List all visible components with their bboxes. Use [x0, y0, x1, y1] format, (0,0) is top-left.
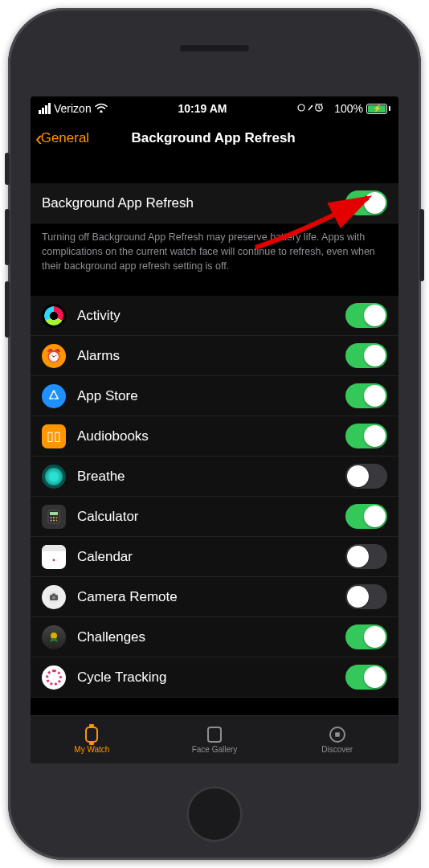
- tab-watch[interactable]: My Watch: [31, 716, 153, 764]
- master-toggle[interactable]: [345, 190, 387, 215]
- clock: 10:19 AM: [178, 102, 227, 115]
- app-label: Cycle Tracking: [77, 669, 345, 686]
- camera-icon: [42, 585, 66, 609]
- watch-icon: [81, 726, 102, 743]
- app-toggle-calculator[interactable]: [345, 504, 387, 529]
- tab-face[interactable]: Face Gallery: [153, 716, 276, 764]
- section-footer: Turning off Background App Refresh may p…: [31, 223, 398, 273]
- app-label: Calculator: [77, 509, 345, 525]
- activity-icon: [42, 304, 66, 328]
- app-row-audiobooks[interactable]: ▯▯Audiobooks: [31, 416, 398, 457]
- appstore-icon: [42, 384, 66, 408]
- tab-label: Discover: [321, 745, 353, 754]
- audiobooks-icon: ▯▯: [42, 424, 66, 448]
- svg-rect-4: [50, 512, 58, 515]
- carrier-label: Verizon: [54, 102, 92, 115]
- app-row-calculator[interactable]: Calculator: [31, 497, 398, 537]
- app-label: Breathe: [77, 469, 345, 485]
- svg-point-0: [100, 110, 102, 113]
- tab-bar: My WatchFace GalleryDiscover: [31, 715, 398, 764]
- app-row-alarms[interactable]: ⏰Alarms: [31, 336, 398, 376]
- calendar-icon: ▪: [42, 545, 66, 569]
- status-bar: Verizon 10:19 AM 100% ⚡: [31, 96, 398, 121]
- back-button[interactable]: ‹ General: [35, 128, 89, 149]
- app-toggle-challenges[interactable]: [345, 624, 387, 649]
- app-toggle-alarms[interactable]: [345, 343, 387, 368]
- signal-icon: [39, 103, 51, 114]
- app-toggle-activity[interactable]: [345, 303, 387, 328]
- app-toggle-calendar[interactable]: [345, 544, 387, 569]
- calculator-icon: [42, 505, 66, 529]
- app-toggle-appstore[interactable]: [345, 383, 387, 408]
- wifi-icon: [95, 102, 108, 115]
- battery-pct: 100%: [334, 102, 363, 115]
- status-indicators: [297, 103, 331, 115]
- app-row-calendar[interactable]: ▪Calendar: [31, 537, 398, 577]
- challenges-icon: [42, 625, 66, 649]
- app-toggle-camera[interactable]: [345, 584, 387, 609]
- svg-point-9: [53, 519, 55, 521]
- svg-point-10: [56, 519, 58, 521]
- compass-icon: [327, 726, 348, 743]
- app-row-cycle[interactable]: Cycle Tracking: [31, 657, 398, 698]
- battery-icon: ⚡: [366, 104, 390, 114]
- nav-bar: ‹ General Background App Refresh: [31, 121, 398, 156]
- svg-point-12: [52, 596, 55, 599]
- tab-label: Face Gallery: [192, 745, 238, 754]
- svg-rect-13: [52, 593, 55, 595]
- home-button[interactable]: [186, 786, 243, 842]
- app-row-activity[interactable]: Activity: [31, 296, 398, 336]
- page-title: Background App Refresh: [89, 130, 337, 146]
- svg-point-5: [51, 517, 52, 518]
- face-icon: [204, 726, 225, 743]
- app-row-appstore[interactable]: App Store: [31, 376, 398, 416]
- app-toggle-breathe[interactable]: [345, 464, 387, 489]
- app-row-challenges[interactable]: Challenges: [31, 617, 398, 657]
- svg-point-7: [56, 517, 58, 518]
- app-label: App Store: [77, 388, 345, 404]
- app-toggle-audiobooks[interactable]: [345, 424, 387, 448]
- app-label: Activity: [77, 308, 345, 324]
- tab-compass[interactable]: Discover: [276, 716, 398, 764]
- svg-point-1: [298, 104, 304, 111]
- app-label: Calendar: [77, 549, 345, 565]
- app-toggle-cycle[interactable]: [345, 665, 387, 690]
- breathe-icon: [42, 465, 66, 489]
- app-row-breathe[interactable]: Breathe: [31, 457, 398, 497]
- svg-point-14: [51, 633, 57, 639]
- master-toggle-label: Background App Refresh: [42, 195, 345, 211]
- app-label: Audiobooks: [77, 428, 345, 444]
- cycle-icon: [42, 665, 66, 690]
- master-toggle-row[interactable]: Background App Refresh: [31, 183, 398, 223]
- svg-point-6: [53, 517, 55, 518]
- app-row-camera[interactable]: Camera Remote: [31, 577, 398, 617]
- alarms-icon: ⏰: [42, 344, 66, 368]
- app-label: Alarms: [77, 348, 345, 364]
- content: Background App Refresh Turning off Backg…: [31, 156, 398, 715]
- app-list: Activity⏰AlarmsApp Store▯▯AudiobooksBrea…: [31, 296, 398, 698]
- back-label: General: [41, 130, 89, 146]
- app-label: Challenges: [77, 629, 345, 645]
- tab-label: My Watch: [74, 745, 109, 754]
- app-label: Camera Remote: [77, 589, 345, 605]
- svg-point-8: [51, 519, 52, 521]
